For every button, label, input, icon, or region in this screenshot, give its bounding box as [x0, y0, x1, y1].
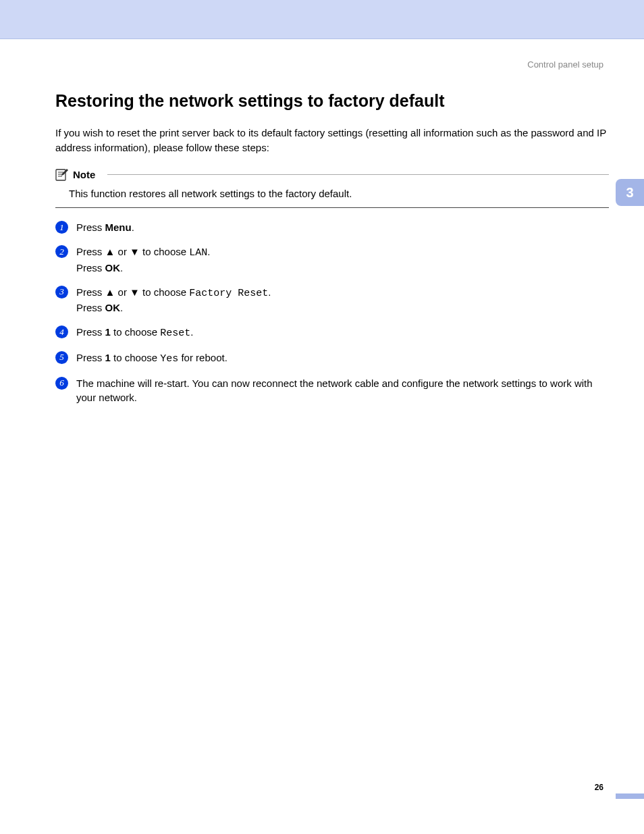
step-text-fragment: 1 — [105, 352, 111, 363]
step-text-fragment: ▲ — [105, 286, 115, 298]
intro-paragraph: If you wish to reset the print server ba… — [55, 126, 609, 155]
note-icon — [55, 169, 69, 181]
step-text-fragment: LAN — [189, 247, 207, 259]
step: 5Press 1 to choose Yes for reboot. — [55, 350, 609, 367]
step-text-fragment: Yes — [160, 353, 178, 365]
step-text-fragment: . — [120, 262, 123, 273]
step-text-fragment: Press — [76, 302, 105, 313]
step-number-badge: 1 — [55, 221, 68, 234]
step-text-fragment: OK — [105, 262, 121, 273]
step: 1Press Menu. — [55, 220, 609, 235]
step-text-fragment: for reboot. — [178, 352, 227, 363]
section-header: Control panel setup — [527, 59, 603, 70]
top-band — [0, 0, 644, 39]
page-title: Restoring the network settings to factor… — [55, 91, 609, 111]
step: 3Press ▲ or ▼ to choose Factory Reset.Pr… — [55, 285, 609, 316]
step-text-fragment: Menu — [105, 221, 132, 233]
step: 2Press ▲ or ▼ to choose LAN.Press OK. — [55, 244, 609, 276]
step-text-fragment: . — [207, 246, 210, 257]
step-text-fragment: or — [115, 246, 130, 257]
steps-list: 1Press Menu.2Press ▲ or ▼ to choose LAN.… — [55, 220, 609, 405]
step-text-fragment: ▼ — [130, 286, 140, 298]
step-body: Press ▲ or ▼ to choose Factory Reset.Pre… — [76, 285, 609, 316]
step-body: The machine will re-start. You can now r… — [76, 376, 609, 406]
page-number: 26 — [595, 783, 603, 792]
step-text-fragment: Factory Reset — [189, 288, 268, 299]
step-text-fragment: Press — [76, 221, 105, 233]
step-text-fragment: ▼ — [130, 246, 140, 257]
step-text-fragment: to choose — [111, 326, 160, 338]
step-text-fragment: to choose — [140, 286, 189, 298]
note-header: Note — [55, 169, 609, 181]
step-text-fragment: Press — [76, 286, 105, 298]
step-number-badge: 6 — [55, 377, 68, 390]
note-label: Note — [73, 169, 95, 180]
step-text-fragment: 1 — [105, 326, 111, 338]
step-number-badge: 4 — [55, 325, 68, 338]
svg-rect-0 — [56, 170, 65, 180]
note-text: This function restores all network setti… — [55, 181, 609, 208]
page-content: Restoring the network settings to factor… — [55, 91, 609, 415]
step: 4Press 1 to choose Reset. — [55, 325, 609, 341]
step-text-fragment: Press — [76, 352, 105, 363]
step-text-fragment: to choose — [140, 246, 189, 257]
bottom-stripe — [616, 793, 644, 799]
step-number-badge: 2 — [55, 245, 68, 258]
step-text-fragment: or — [115, 286, 130, 298]
note-rule-bottom — [55, 207, 609, 208]
step-text-fragment: The machine will re-start. You can now r… — [76, 377, 593, 404]
step-text-fragment: . — [190, 326, 193, 338]
step-body: Press ▲ or ▼ to choose LAN.Press OK. — [76, 244, 609, 276]
note-rule-top — [107, 174, 609, 175]
step-body: Press 1 to choose Yes for reboot. — [76, 350, 609, 367]
note-block: Note This function restores all network … — [55, 169, 609, 209]
step-body: Press 1 to choose Reset. — [76, 325, 609, 341]
step-number-badge: 3 — [55, 286, 68, 298]
step-text-fragment: . — [132, 221, 134, 233]
step-body: Press Menu. — [76, 220, 609, 235]
step-text-fragment: Press — [76, 326, 105, 338]
step: 6The machine will re-start. You can now … — [55, 376, 609, 406]
chapter-tab: 3 — [616, 179, 644, 206]
step-text-fragment: Press — [76, 246, 105, 257]
step-text-fragment: . — [120, 302, 123, 313]
step-text-fragment: . — [268, 286, 271, 298]
step-text-fragment: ▲ — [105, 246, 115, 257]
step-text-fragment: OK — [105, 302, 121, 313]
step-text-fragment: to choose — [111, 352, 160, 363]
step-number-badge: 5 — [55, 351, 68, 364]
step-text-fragment: Press — [76, 262, 105, 273]
step-text-fragment: Reset — [160, 328, 190, 339]
